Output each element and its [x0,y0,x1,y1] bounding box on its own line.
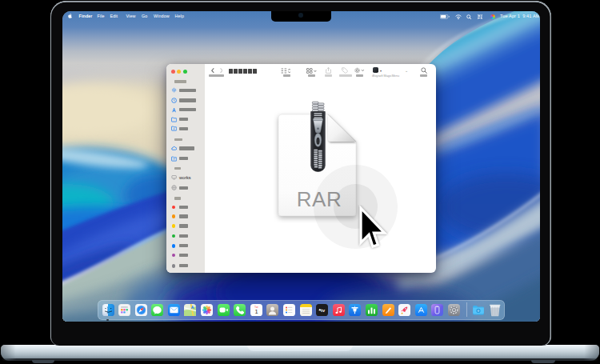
svg-text:1: 1 [254,308,258,315]
svg-text:tv: tv [321,308,326,313]
